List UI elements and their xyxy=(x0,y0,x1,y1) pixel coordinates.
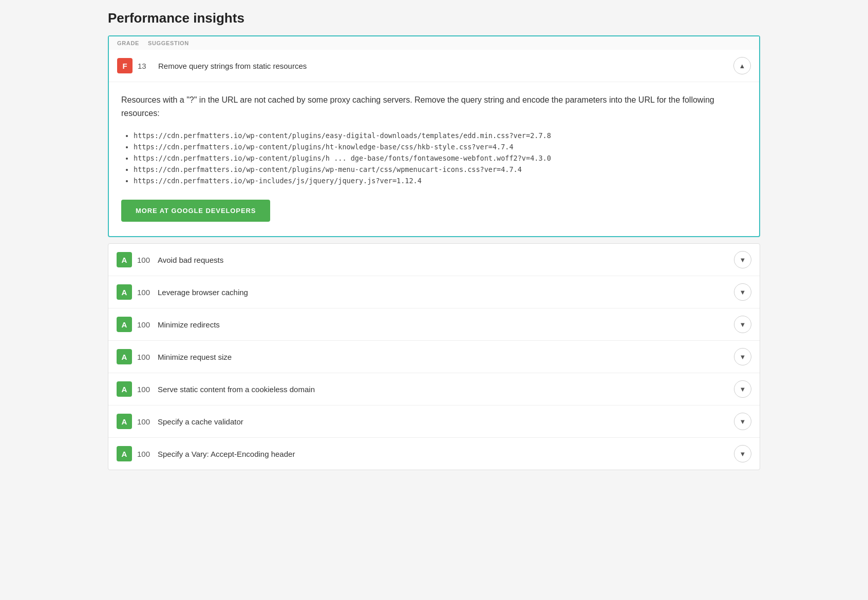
insight-row: A 100 Minimize redirects ▼ xyxy=(108,308,760,341)
expanded-panel-body: Resources with a "?" in the URL are not … xyxy=(109,82,759,236)
expand-button[interactable]: ▼ xyxy=(734,380,751,398)
expand-button[interactable]: ▼ xyxy=(734,348,751,365)
expand-button[interactable]: ▼ xyxy=(734,283,751,301)
resource-list: https://cdn.perfmatters.io/wp-content/pl… xyxy=(121,130,747,186)
description-text: Resources with a "?" in the URL are not … xyxy=(121,93,747,120)
main-container: Performance insights GRADE SUGGESTION F … xyxy=(98,0,770,480)
chevron-down-icon: ▼ xyxy=(740,418,746,425)
row-suggestion-text: Leverage browser caching xyxy=(158,288,734,297)
collapse-button[interactable]: ▲ xyxy=(733,57,751,74)
row-suggestion-text: Avoid bad requests xyxy=(158,256,734,264)
row-suggestion-text: Minimize request size xyxy=(158,353,734,361)
grade-badge-a: A xyxy=(117,284,132,300)
suggestion-column-header: SUGGESTION xyxy=(148,40,189,46)
expanded-suggestion-text: Remove query strings from static resourc… xyxy=(158,62,733,70)
row-score: 100 xyxy=(132,288,158,297)
chevron-down-icon: ▼ xyxy=(740,385,746,393)
expanded-score: 13 xyxy=(133,62,158,70)
insight-row: A 100 Specify a cache validator ▼ xyxy=(108,405,760,438)
grade-badge-a: A xyxy=(117,349,132,364)
row-suggestion-text: Specify a cache validator xyxy=(158,417,734,426)
chevron-down-icon: ▼ xyxy=(740,450,746,458)
insight-row: A 100 Leverage browser caching ▼ xyxy=(108,276,760,308)
row-suggestion-text: Specify a Vary: Accept-Encoding header xyxy=(158,450,734,458)
grade-badge-a: A xyxy=(117,446,132,461)
resource-item: https://cdn.perfmatters.io/wp-content/pl… xyxy=(134,152,747,164)
chevron-down-icon: ▼ xyxy=(740,353,746,361)
resource-item: https://cdn.perfmatters.io/wp-includes/j… xyxy=(134,175,747,186)
expanded-panel: GRADE SUGGESTION F 13 Remove query strin… xyxy=(108,35,760,237)
other-rows-container: A 100 Avoid bad requests ▼ A 100 Leverag… xyxy=(108,243,760,470)
expanded-row-header: F 13 Remove query strings from static re… xyxy=(109,50,759,82)
resource-item: https://cdn.perfmatters.io/wp-content/pl… xyxy=(134,164,747,175)
chevron-up-icon: ▲ xyxy=(739,62,746,70)
google-developers-button[interactable]: MORE AT GOOGLE DEVELOPERS xyxy=(121,200,270,222)
row-score: 100 xyxy=(132,450,158,458)
grade-badge-a: A xyxy=(117,317,132,332)
row-score: 100 xyxy=(132,417,158,426)
chevron-down-icon: ▼ xyxy=(740,321,746,328)
page-title: Performance insights xyxy=(108,10,760,26)
resource-item: https://cdn.perfmatters.io/wp-content/pl… xyxy=(134,130,747,141)
insight-row: A 100 Minimize request size ▼ xyxy=(108,341,760,373)
row-score: 100 xyxy=(132,385,158,394)
column-headers: GRADE SUGGESTION xyxy=(109,36,759,50)
insight-row: A 100 Serve static content from a cookie… xyxy=(108,373,760,405)
grade-badge-a: A xyxy=(117,414,132,429)
row-score: 100 xyxy=(132,353,158,361)
chevron-down-icon: ▼ xyxy=(740,288,746,296)
insight-row: A 100 Avoid bad requests ▼ xyxy=(108,244,760,276)
grade-badge-a: A xyxy=(117,252,132,267)
row-score: 100 xyxy=(132,256,158,264)
row-score: 100 xyxy=(132,320,158,329)
grade-badge-a: A xyxy=(117,381,132,397)
expand-button[interactable]: ▼ xyxy=(734,413,751,430)
resource-item: https://cdn.perfmatters.io/wp-content/pl… xyxy=(134,141,747,152)
expand-button[interactable]: ▼ xyxy=(734,251,751,268)
row-suggestion-text: Serve static content from a cookieless d… xyxy=(158,385,734,394)
expand-button[interactable]: ▼ xyxy=(734,316,751,333)
chevron-down-icon: ▼ xyxy=(740,256,746,264)
insight-row: A 100 Specify a Vary: Accept-Encoding he… xyxy=(108,438,760,470)
grade-badge-f: F xyxy=(117,58,133,73)
expand-button[interactable]: ▼ xyxy=(734,445,751,462)
grade-column-header: GRADE xyxy=(117,40,148,46)
row-suggestion-text: Minimize redirects xyxy=(158,320,734,329)
